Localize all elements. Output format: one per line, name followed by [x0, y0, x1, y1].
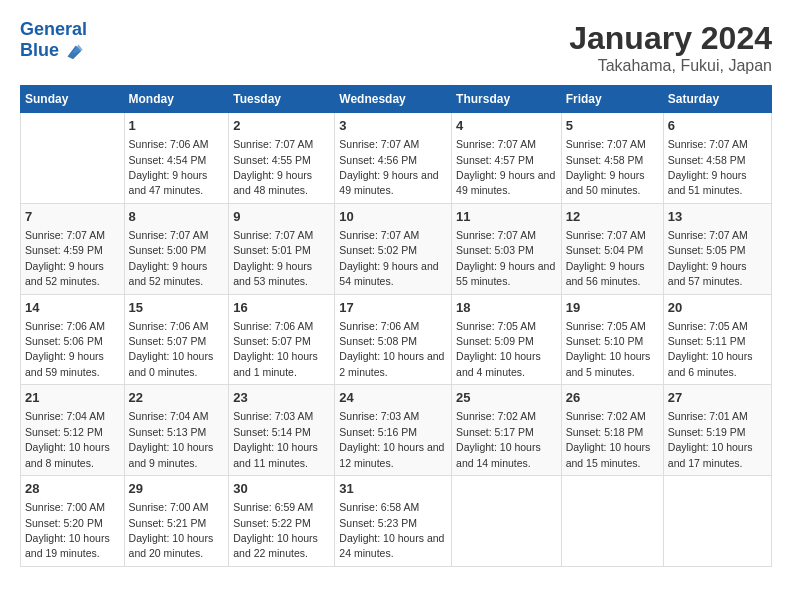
sunrise-info: Sunrise: 7:06 AMSunset: 5:07 PMDaylight:…	[129, 320, 214, 378]
calendar-cell: 3 Sunrise: 7:07 AMSunset: 4:56 PMDayligh…	[335, 113, 452, 204]
calendar-cell: 13 Sunrise: 7:07 AMSunset: 5:05 PMDaylig…	[663, 203, 771, 294]
sunrise-info: Sunrise: 7:05 AMSunset: 5:11 PMDaylight:…	[668, 320, 753, 378]
day-number: 19	[566, 299, 659, 317]
sunrise-info: Sunrise: 7:07 AMSunset: 4:56 PMDaylight:…	[339, 138, 438, 196]
sunrise-info: Sunrise: 7:02 AMSunset: 5:18 PMDaylight:…	[566, 410, 651, 468]
calendar-cell: 14 Sunrise: 7:06 AMSunset: 5:06 PMDaylig…	[21, 294, 125, 385]
calendar-cell: 18 Sunrise: 7:05 AMSunset: 5:09 PMDaylig…	[452, 294, 562, 385]
sunrise-info: Sunrise: 7:07 AMSunset: 5:02 PMDaylight:…	[339, 229, 438, 287]
calendar-cell: 26 Sunrise: 7:02 AMSunset: 5:18 PMDaylig…	[561, 385, 663, 476]
calendar-cell: 2 Sunrise: 7:07 AMSunset: 4:55 PMDayligh…	[229, 113, 335, 204]
sunrise-info: Sunrise: 7:07 AMSunset: 5:04 PMDaylight:…	[566, 229, 646, 287]
calendar-cell: 12 Sunrise: 7:07 AMSunset: 5:04 PMDaylig…	[561, 203, 663, 294]
calendar-week-row: 1 Sunrise: 7:06 AMSunset: 4:54 PMDayligh…	[21, 113, 772, 204]
day-number: 24	[339, 389, 447, 407]
sunrise-info: Sunrise: 7:07 AMSunset: 5:05 PMDaylight:…	[668, 229, 748, 287]
calendar-cell: 21 Sunrise: 7:04 AMSunset: 5:12 PMDaylig…	[21, 385, 125, 476]
calendar-cell: 7 Sunrise: 7:07 AMSunset: 4:59 PMDayligh…	[21, 203, 125, 294]
calendar-cell: 23 Sunrise: 7:03 AMSunset: 5:14 PMDaylig…	[229, 385, 335, 476]
col-header-tuesday: Tuesday	[229, 86, 335, 113]
col-header-wednesday: Wednesday	[335, 86, 452, 113]
calendar-cell: 11 Sunrise: 7:07 AMSunset: 5:03 PMDaylig…	[452, 203, 562, 294]
sunrise-info: Sunrise: 7:07 AMSunset: 4:55 PMDaylight:…	[233, 138, 313, 196]
calendar-week-row: 7 Sunrise: 7:07 AMSunset: 4:59 PMDayligh…	[21, 203, 772, 294]
day-number: 13	[668, 208, 767, 226]
calendar-cell: 29 Sunrise: 7:00 AMSunset: 5:21 PMDaylig…	[124, 476, 229, 567]
logo-bird-icon	[62, 40, 84, 62]
day-number: 16	[233, 299, 330, 317]
day-number: 21	[25, 389, 120, 407]
calendar-week-row: 14 Sunrise: 7:06 AMSunset: 5:06 PMDaylig…	[21, 294, 772, 385]
calendar-cell: 25 Sunrise: 7:02 AMSunset: 5:17 PMDaylig…	[452, 385, 562, 476]
day-number: 28	[25, 480, 120, 498]
day-number: 27	[668, 389, 767, 407]
sunrise-info: Sunrise: 6:59 AMSunset: 5:22 PMDaylight:…	[233, 501, 318, 559]
sunrise-info: Sunrise: 7:03 AMSunset: 5:16 PMDaylight:…	[339, 410, 444, 468]
day-number: 26	[566, 389, 659, 407]
calendar-cell: 17 Sunrise: 7:06 AMSunset: 5:08 PMDaylig…	[335, 294, 452, 385]
calendar-cell: 28 Sunrise: 7:00 AMSunset: 5:20 PMDaylig…	[21, 476, 125, 567]
logo: General Blue	[20, 20, 87, 62]
col-header-thursday: Thursday	[452, 86, 562, 113]
sunrise-info: Sunrise: 7:07 AMSunset: 4:58 PMDaylight:…	[668, 138, 748, 196]
day-number: 30	[233, 480, 330, 498]
col-header-saturday: Saturday	[663, 86, 771, 113]
sunrise-info: Sunrise: 7:06 AMSunset: 4:54 PMDaylight:…	[129, 138, 209, 196]
calendar-cell: 10 Sunrise: 7:07 AMSunset: 5:02 PMDaylig…	[335, 203, 452, 294]
day-number: 12	[566, 208, 659, 226]
calendar-cell: 5 Sunrise: 7:07 AMSunset: 4:58 PMDayligh…	[561, 113, 663, 204]
day-number: 22	[129, 389, 225, 407]
calendar-cell: 20 Sunrise: 7:05 AMSunset: 5:11 PMDaylig…	[663, 294, 771, 385]
day-number: 15	[129, 299, 225, 317]
col-header-friday: Friday	[561, 86, 663, 113]
col-header-sunday: Sunday	[21, 86, 125, 113]
calendar-cell	[663, 476, 771, 567]
calendar-cell	[561, 476, 663, 567]
day-number: 7	[25, 208, 120, 226]
sunrise-info: Sunrise: 7:02 AMSunset: 5:17 PMDaylight:…	[456, 410, 541, 468]
calendar-cell: 30 Sunrise: 6:59 AMSunset: 5:22 PMDaylig…	[229, 476, 335, 567]
day-number: 4	[456, 117, 557, 135]
calendar-cell: 4 Sunrise: 7:07 AMSunset: 4:57 PMDayligh…	[452, 113, 562, 204]
calendar-cell: 31 Sunrise: 6:58 AMSunset: 5:23 PMDaylig…	[335, 476, 452, 567]
day-number: 29	[129, 480, 225, 498]
sunrise-info: Sunrise: 7:07 AMSunset: 5:01 PMDaylight:…	[233, 229, 313, 287]
logo-text: General Blue	[20, 20, 87, 62]
sunrise-info: Sunrise: 7:07 AMSunset: 4:59 PMDaylight:…	[25, 229, 105, 287]
day-number: 2	[233, 117, 330, 135]
day-number: 25	[456, 389, 557, 407]
calendar-week-row: 28 Sunrise: 7:00 AMSunset: 5:20 PMDaylig…	[21, 476, 772, 567]
sunrise-info: Sunrise: 7:00 AMSunset: 5:21 PMDaylight:…	[129, 501, 214, 559]
sunrise-info: Sunrise: 7:03 AMSunset: 5:14 PMDaylight:…	[233, 410, 318, 468]
calendar-week-row: 21 Sunrise: 7:04 AMSunset: 5:12 PMDaylig…	[21, 385, 772, 476]
sunrise-info: Sunrise: 7:06 AMSunset: 5:06 PMDaylight:…	[25, 320, 105, 378]
title-block: January 2024 Takahama, Fukui, Japan	[569, 20, 772, 75]
day-number: 9	[233, 208, 330, 226]
day-number: 11	[456, 208, 557, 226]
calendar-cell: 8 Sunrise: 7:07 AMSunset: 5:00 PMDayligh…	[124, 203, 229, 294]
day-number: 20	[668, 299, 767, 317]
sunrise-info: Sunrise: 7:07 AMSunset: 5:03 PMDaylight:…	[456, 229, 555, 287]
calendar-cell: 22 Sunrise: 7:04 AMSunset: 5:13 PMDaylig…	[124, 385, 229, 476]
calendar-cell: 24 Sunrise: 7:03 AMSunset: 5:16 PMDaylig…	[335, 385, 452, 476]
sunrise-info: Sunrise: 7:04 AMSunset: 5:13 PMDaylight:…	[129, 410, 214, 468]
calendar-header-row: SundayMondayTuesdayWednesdayThursdayFrid…	[21, 86, 772, 113]
sunrise-info: Sunrise: 6:58 AMSunset: 5:23 PMDaylight:…	[339, 501, 444, 559]
day-number: 3	[339, 117, 447, 135]
day-number: 5	[566, 117, 659, 135]
calendar-cell: 15 Sunrise: 7:06 AMSunset: 5:07 PMDaylig…	[124, 294, 229, 385]
page-header: General Blue January 2024 Takahama, Fuku…	[20, 20, 772, 75]
calendar-cell: 9 Sunrise: 7:07 AMSunset: 5:01 PMDayligh…	[229, 203, 335, 294]
sunrise-info: Sunrise: 7:04 AMSunset: 5:12 PMDaylight:…	[25, 410, 110, 468]
calendar-cell	[21, 113, 125, 204]
calendar-cell: 6 Sunrise: 7:07 AMSunset: 4:58 PMDayligh…	[663, 113, 771, 204]
day-number: 31	[339, 480, 447, 498]
sunrise-info: Sunrise: 7:05 AMSunset: 5:09 PMDaylight:…	[456, 320, 541, 378]
sunrise-info: Sunrise: 7:07 AMSunset: 4:57 PMDaylight:…	[456, 138, 555, 196]
sunrise-info: Sunrise: 7:00 AMSunset: 5:20 PMDaylight:…	[25, 501, 110, 559]
col-header-monday: Monday	[124, 86, 229, 113]
sunrise-info: Sunrise: 7:07 AMSunset: 4:58 PMDaylight:…	[566, 138, 646, 196]
sunrise-info: Sunrise: 7:06 AMSunset: 5:08 PMDaylight:…	[339, 320, 444, 378]
day-number: 6	[668, 117, 767, 135]
sunrise-info: Sunrise: 7:07 AMSunset: 5:00 PMDaylight:…	[129, 229, 209, 287]
